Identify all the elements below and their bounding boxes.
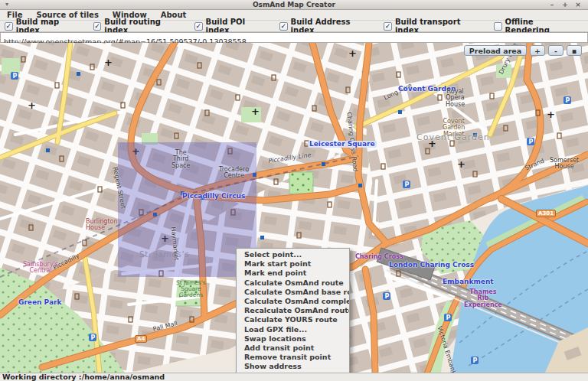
svg-text:P: P: [566, 97, 570, 104]
maximize-button[interactable]: +: [560, 0, 570, 9]
svg-text:P: P: [13, 73, 18, 80]
app-window: ▾ OsmAnd Map Creator – + × File Source o…: [0, 0, 588, 381]
title-bar: ▾ OsmAnd Map Creator – + ×: [0, 0, 588, 10]
menu-item-calculate-osmand-complex-route[interactable]: Calculate OsmAnd complex route: [237, 297, 349, 306]
preload-area-button[interactable]: Preload area: [464, 45, 527, 56]
svg-text:+: +: [28, 99, 36, 111]
status-bar: Working directory :/home/anna/osmand: [0, 373, 588, 381]
menu-item-add-transit-point[interactable]: Add transit point: [237, 344, 349, 353]
close-button[interactable]: ×: [573, 0, 583, 9]
svg-text:+: +: [348, 47, 357, 59]
menu-item-clustering-roads[interactable]: Clustering roads: [237, 371, 349, 373]
checkbox-box[interactable]: ✓: [279, 22, 288, 31]
svg-text:+: +: [457, 158, 466, 170]
svg-text:P: P: [529, 138, 534, 145]
menu-item-recalculate-osmand-route[interactable]: Recalculate OsmAnd route: [237, 306, 349, 315]
road-badge-a4: A4: [135, 335, 147, 343]
menu-item-swap-locations[interactable]: Swap locations: [237, 334, 349, 344]
checkbox-box[interactable]: ✓: [93, 22, 102, 31]
minimize-button[interactable]: –: [547, 0, 557, 9]
working-directory-text: Working directory :/home/anna/osmand: [2, 373, 165, 381]
map-context-menu: Select point... Mark start point Mark en…: [236, 248, 350, 373]
map-controls: Preload area + - ▪: [461, 45, 582, 56]
menu-item-load-gpx-file[interactable]: Load GPX file...: [237, 325, 349, 334]
menu-item-show-address[interactable]: Show address: [237, 362, 349, 371]
menu-item-remove-transit-point[interactable]: Remove transit point: [237, 353, 349, 362]
svg-text:+: +: [251, 106, 260, 117]
svg-text:+: +: [428, 138, 436, 149]
svg-text:P: P: [473, 357, 478, 364]
svg-text:P: P: [91, 334, 96, 341]
svg-text:P: P: [405, 181, 410, 188]
checkbox-box[interactable]: ✓: [194, 22, 203, 31]
menu-item-mark-start-point[interactable]: Mark start point: [237, 259, 349, 269]
menu-item-mark-end-point[interactable]: Mark end point: [237, 269, 349, 278]
zoom-out-button[interactable]: -: [548, 45, 564, 56]
map-area: P P P P P P P P P P +++ +++ +++: [0, 43, 588, 373]
menu-item-calculate-osmand-route[interactable]: Calculate OsmAnd route: [237, 278, 349, 288]
index-options-toolbar: ✓ Build map index ✓ Build routing index …: [0, 21, 588, 32]
window-title: OsmAnd Map Creator: [0, 1, 588, 8]
checkbox-box[interactable]: [494, 22, 502, 31]
menu-item-calculate-osmand-base-route[interactable]: Calculate OsmAnd base route: [237, 288, 349, 297]
menu-item-select-point[interactable]: Select point...: [237, 250, 349, 259]
road-badge-a301: A301: [536, 210, 556, 217]
svg-text:P: P: [385, 293, 390, 300]
checkbox-box[interactable]: ✓: [5, 22, 13, 31]
svg-text:+: +: [547, 109, 555, 120]
extra-map-button[interactable]: ▪: [567, 45, 582, 56]
svg-text:P: P: [446, 314, 451, 321]
url-bar: [0, 32, 588, 43]
menu-item-calculate-yours-route[interactable]: Calculate YOURS route: [237, 315, 349, 324]
svg-text:+: +: [104, 57, 113, 68]
checkbox-box[interactable]: ✓: [384, 22, 392, 31]
zoom-in-button[interactable]: +: [530, 45, 545, 56]
